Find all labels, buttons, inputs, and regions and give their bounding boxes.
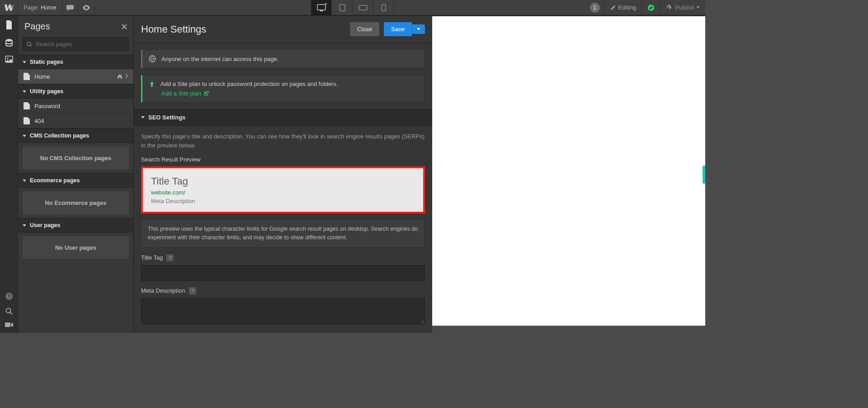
svg-rect-2: [340, 5, 345, 11]
caret-icon: [23, 224, 26, 227]
section-utility[interactable]: Utility pages: [18, 84, 133, 99]
add-site-plan-link[interactable]: Add a Site plan: [161, 90, 209, 97]
help-icon[interactable]: ?: [166, 254, 174, 261]
eye-icon: [82, 5, 90, 10]
plan-notice: Add a Site plan to unlock password prote…: [141, 75, 425, 103]
database-icon: [5, 38, 13, 47]
settings-title: Home Settings: [141, 24, 350, 35]
page-name: Home: [41, 4, 57, 11]
page-item-label: Password: [34, 103, 60, 109]
section-user[interactable]: User pages: [18, 218, 133, 232]
rail-help[interactable]: ?: [5, 292, 13, 300]
empty-cms: No CMS Collection pages: [23, 147, 129, 170]
pages-title: Pages: [24, 21, 122, 32]
arrow-up-icon: [149, 81, 155, 87]
page-icon: [5, 20, 13, 29]
rail-assets[interactable]: [5, 56, 13, 63]
caret-icon: [141, 116, 145, 119]
caret-icon: [23, 180, 26, 182]
caret-icon: [23, 61, 26, 63]
svg-line-15: [30, 45, 32, 47]
close-button[interactable]: Close: [350, 22, 379, 36]
label-text: Title Tag: [141, 254, 163, 261]
comments-button[interactable]: [62, 0, 79, 15]
rail-bottom: ?: [5, 292, 13, 333]
page-doc-icon: [24, 102, 30, 109]
svg-text:?: ?: [7, 294, 10, 299]
title-tag-input[interactable]: [141, 265, 425, 281]
publish-button[interactable]: Publish: [660, 0, 705, 15]
settings-panel: Home Settings Close Save Anyone on the i…: [134, 16, 432, 333]
close-icon: [122, 24, 127, 29]
canvas[interactable]: [432, 16, 705, 326]
device-phone[interactable]: [373, 0, 394, 15]
rail-pages[interactable]: [5, 20, 13, 29]
section-label: Utility pages: [30, 88, 63, 95]
topbar-left: Page: Home: [0, 0, 95, 15]
settings-header: Home Settings Close Save: [134, 16, 432, 43]
rail-cms[interactable]: [5, 38, 13, 47]
topbar-right: 1 Editing Publish: [585, 0, 705, 15]
rail-video[interactable]: [5, 322, 13, 327]
help-icon[interactable]: ?: [189, 287, 196, 294]
image-icon: [5, 56, 13, 63]
globe-icon: [149, 55, 156, 62]
save-button[interactable]: Save: [384, 22, 412, 36]
serp-url: website.com/: [151, 189, 415, 196]
section-ecommerce[interactable]: Ecommerce pages: [18, 173, 133, 188]
section-label: CMS Collection pages: [30, 133, 89, 139]
page-indicator[interactable]: Page: Home: [18, 0, 62, 15]
notifications-badge[interactable]: 1: [590, 3, 600, 13]
home-icon[interactable]: [117, 74, 123, 79]
check-circle-icon: [647, 4, 655, 11]
chevron-right-icon[interactable]: [125, 74, 128, 78]
svg-rect-13: [5, 323, 10, 327]
status-ok[interactable]: [642, 0, 660, 15]
svg-point-11: [6, 308, 10, 313]
editing-indicator[interactable]: Editing: [604, 0, 642, 15]
tablet-icon: [339, 4, 346, 11]
star-icon: ✦: [325, 2, 328, 6]
section-label: SEO Settings: [148, 114, 185, 121]
page-item-404[interactable]: 404: [18, 114, 133, 128]
seo-settings-header[interactable]: SEO Settings: [134, 109, 432, 126]
page-doc-icon: [24, 117, 30, 124]
external-link-icon: [204, 91, 209, 96]
chevron-down-icon: [696, 6, 700, 9]
pages-search[interactable]: [23, 37, 129, 51]
svg-line-12: [10, 313, 12, 315]
pages-header: Pages: [18, 16, 133, 37]
search-icon: [5, 308, 13, 315]
serp-note: This preview uses the typical character …: [141, 219, 425, 248]
svg-rect-0: [317, 5, 326, 10]
meta-description-input[interactable]: [141, 298, 425, 324]
device-desktop[interactable]: ✦: [311, 0, 332, 15]
page-item-password[interactable]: Password: [18, 99, 133, 114]
serp-meta: Meta Description: [151, 198, 415, 204]
svg-point-8: [7, 58, 8, 59]
webflow-logo[interactable]: [0, 0, 18, 15]
save-dropdown-button[interactable]: [412, 24, 425, 34]
seo-description: Specify this page's title and descriptio…: [141, 132, 425, 150]
section-static[interactable]: Static pages: [18, 55, 133, 69]
pages-search-input[interactable]: [35, 40, 125, 48]
pages-close-button[interactable]: [122, 24, 127, 29]
page-item-actions: [117, 74, 128, 79]
pencil-icon: [610, 5, 616, 10]
og-settings-header[interactable]: Open Graph Settings: [134, 333, 432, 333]
section-label: Static pages: [30, 59, 63, 65]
serp-label: Search Result Preview: [141, 156, 425, 163]
rail-search[interactable]: [5, 308, 13, 315]
pages-panel: Pages Static pages Home Utility pages: [18, 16, 134, 333]
logo-icon: [5, 5, 14, 11]
video-icon: [5, 322, 13, 327]
chat-icon: [66, 5, 74, 11]
canvas-resize-handle[interactable]: [703, 166, 705, 184]
preview-button[interactable]: [79, 0, 95, 15]
section-cms[interactable]: CMS Collection pages: [18, 128, 133, 143]
device-landscape-phone[interactable]: [353, 0, 373, 15]
page-item-home[interactable]: Home: [18, 69, 133, 84]
device-tablet[interactable]: [332, 0, 353, 15]
main: ? Pages Static pages: [0, 15, 705, 333]
meta-description-label: Meta Description ?: [141, 287, 425, 294]
